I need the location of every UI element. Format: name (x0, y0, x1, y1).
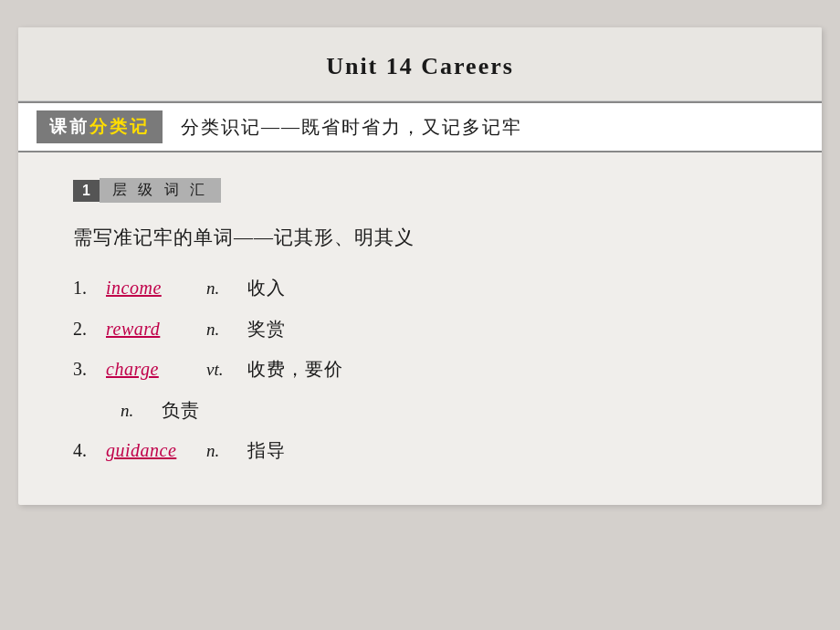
vocab-item-4: 4. guidance n. 指导 (73, 436, 767, 465)
item-4-word: guidance (106, 436, 206, 464)
item-2-word: reward (106, 315, 206, 342)
item-3-pos: vt. (206, 357, 247, 383)
unit-title: Unit 14 Careers (326, 53, 514, 79)
item-4-pos: n. (206, 438, 247, 465)
vocab-list: 1. income n. 收入 2. reward n. 奖赏 3. charg… (73, 274, 767, 465)
item-3b-meaning: 负责 (162, 396, 200, 424)
item-3-number: 3. (73, 355, 106, 383)
item-2-meaning: 奖赏 (247, 315, 286, 342)
vocab-item-2: 2. reward n. 奖赏 (73, 315, 767, 343)
banner-highlight: 分类记 (89, 117, 150, 136)
page-container: Unit 14 Careers 课前分类记 分类识记——既省时省力，又记多记牢 … (0, 0, 840, 630)
item-2-pos: n. (206, 317, 247, 343)
item-1-word: income (106, 274, 206, 301)
banner-row: 课前分类记 分类识记——既省时省力，又记多记牢 (18, 101, 822, 152)
item-4-meaning: 指导 (247, 436, 286, 464)
main-card: Unit 14 Careers 课前分类记 分类识记——既省时省力，又记多记牢 … (18, 27, 822, 505)
item-1-meaning: 收入 (247, 274, 286, 301)
item-3-meaning: 收费，要价 (247, 355, 343, 383)
header-section: Unit 14 Careers (18, 27, 822, 101)
content-section: 1 层 级 词 汇 需写准记牢的单词——记其形、明其义 1. income n.… (18, 152, 822, 505)
banner-subtitle: 分类识记——既省时省力，又记多记牢 (181, 115, 522, 140)
item-4-number: 4. (73, 436, 106, 464)
banner-label: 课前分类记 (37, 110, 163, 143)
vocab-item-3: 3. charge vt. 收费，要价 (73, 355, 767, 383)
item-3-word: charge (106, 355, 206, 383)
section-badge-row: 1 层 级 词 汇 (73, 178, 767, 203)
vocab-item-3b: n. 负责 (121, 396, 767, 425)
item-1-number: 1. (73, 274, 106, 301)
item-3b-pos: n. (121, 398, 162, 425)
section-heading: 需写准记牢的单词——记其形、明其义 (73, 225, 767, 250)
item-1-pos: n. (206, 276, 247, 302)
section-label-badge: 层 级 词 汇 (100, 178, 221, 203)
vocab-item-1: 1. income n. 收入 (73, 274, 767, 302)
item-2-number: 2. (73, 315, 106, 342)
section-number-badge: 1 (73, 180, 100, 202)
